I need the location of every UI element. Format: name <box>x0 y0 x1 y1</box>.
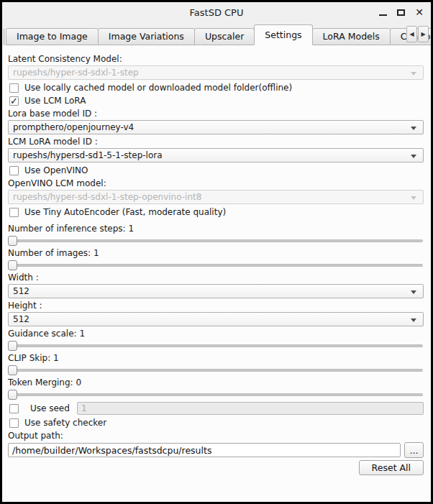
lora-base-dropdown[interactable]: prompthero/openjourney-v4 <box>8 120 424 134</box>
use-openvino-checkbox-row[interactable]: Use OpenVINO <box>9 165 424 176</box>
window-controls: ✕ <box>379 2 424 22</box>
slider-handle[interactable] <box>8 390 17 400</box>
clip-skip-slider[interactable] <box>8 365 424 375</box>
tab-image-to-image[interactable]: Image to Image <box>6 28 99 45</box>
dropdown-arrow-icon <box>411 127 416 130</box>
tab-scrollers: ◀ ▶ <box>406 26 429 42</box>
dropdown-arrow-icon <box>411 196 416 200</box>
openvino-model-value: rupeshs/hyper-sd-sdxl-1-step-openvino-in… <box>13 192 201 202</box>
dropdown-arrow-icon <box>411 155 416 158</box>
output-path-label: Output path: <box>8 431 424 441</box>
use-seed-row: Use seed <box>9 402 424 415</box>
token-merging-label: Token Merging: 0 <box>8 377 424 388</box>
lcm-lora-id-dropdown[interactable]: rupeshs/hypersd-sd1-5-1-step-lora <box>8 148 424 162</box>
slider-handle[interactable] <box>8 260 17 270</box>
dropdown-arrow-icon <box>411 290 416 294</box>
maximize-icon <box>397 9 405 16</box>
lora-base-value: prompthero/openjourney-v4 <box>13 122 134 132</box>
reset-all-button[interactable]: Reset All <box>359 460 424 475</box>
latent-model-value: rupeshs/hyper-sd-sdxl-1-step <box>13 68 139 78</box>
title-bar: FastSD CPU ✕ <box>2 2 431 22</box>
tab-image-variations[interactable]: Image Variations <box>98 28 195 45</box>
use-lcm-lora-label: Use LCM LoRA <box>24 96 86 106</box>
latent-model-dropdown[interactable]: rupeshs/hyper-sd-sdxl-1-step <box>8 65 424 80</box>
minimize-icon <box>379 14 387 16</box>
width-label: Width : <box>8 272 424 283</box>
use-openvino-label: Use OpenVINO <box>24 165 88 175</box>
seed-input[interactable] <box>77 402 424 415</box>
slider-groove[interactable] <box>9 344 423 347</box>
use-taesd-label: Use Tiny AutoEncoder (Fast, moderate qua… <box>24 207 226 217</box>
minimize-button[interactable] <box>379 9 387 16</box>
slider-handle[interactable] <box>8 365 17 375</box>
settings-pane: Latent Consistency Model: rupeshs/hyper-… <box>2 45 431 502</box>
tab-scroll-left-icon[interactable]: ◀ <box>406 26 417 42</box>
guidance-slider[interactable] <box>8 341 424 351</box>
dropdown-arrow-icon <box>411 319 416 322</box>
use-openvino-checkbox[interactable] <box>9 166 19 175</box>
dropdown-arrow-icon <box>411 72 416 75</box>
tab-settings[interactable]: Settings <box>254 24 312 45</box>
slider-handle[interactable] <box>8 236 17 246</box>
tab-bar: Image to Image Image Variations Upscaler… <box>2 22 431 45</box>
tab-upscaler[interactable]: Upscaler <box>194 28 255 45</box>
close-button[interactable]: ✕ <box>415 7 424 17</box>
lora-base-label: Lora base model ID : <box>8 109 424 119</box>
guidance-label: Guidance scale: 1 <box>8 329 424 339</box>
tab-lora-models[interactable]: LoRA Models <box>312 28 391 45</box>
height-dropdown[interactable]: 512 <box>8 312 424 326</box>
height-value: 512 <box>13 314 29 324</box>
safety-checker-label: Use safety checker <box>24 418 106 428</box>
tab-partial-edge <box>4 29 4 45</box>
inference-steps-slider[interactable] <box>8 236 424 246</box>
safety-checker-row[interactable]: Use safety checker <box>9 417 424 429</box>
output-path-row: ... <box>8 442 424 458</box>
safety-checker-checkbox[interactable] <box>9 418 19 428</box>
width-value: 512 <box>13 286 29 296</box>
use-seed-checkbox[interactable] <box>9 404 19 413</box>
token-merging-slider[interactable] <box>8 390 424 400</box>
lcm-lora-id-label: LCM LoRA model ID : <box>8 137 424 147</box>
offline-checkbox-label: Use locally cached model or downloaded m… <box>24 83 292 93</box>
maximize-button[interactable] <box>397 9 405 16</box>
slider-handle[interactable] <box>8 341 17 351</box>
latent-model-label: Latent Consistency Model: <box>8 54 424 64</box>
openvino-model-dropdown[interactable]: rupeshs/hyper-sd-sdxl-1-step-openvino-in… <box>8 190 424 204</box>
browse-button[interactable]: ... <box>404 442 424 458</box>
lcm-lora-id-value: rupeshs/hypersd-sd1-5-1-step-lora <box>13 150 163 160</box>
window-title: FastSD CPU <box>190 7 244 18</box>
num-images-label: Number of images: 1 <box>8 248 424 258</box>
use-seed-label: Use seed <box>30 403 70 413</box>
height-label: Height : <box>8 301 424 311</box>
num-images-slider[interactable] <box>8 260 424 270</box>
use-taesd-checkbox-row[interactable]: Use Tiny AutoEncoder (Fast, moderate qua… <box>9 206 424 218</box>
output-path-input[interactable] <box>8 443 401 457</box>
slider-groove[interactable] <box>9 264 423 267</box>
use-taesd-checkbox[interactable] <box>9 208 19 217</box>
slider-groove[interactable] <box>9 393 423 396</box>
app-window: FastSD CPU ✕ Image to Image Image Variat… <box>0 0 433 504</box>
reset-row: Reset All <box>8 460 424 475</box>
tab-scroll-right-icon[interactable]: ▶ <box>418 26 429 42</box>
offline-checkbox[interactable] <box>9 83 19 93</box>
slider-groove[interactable] <box>9 239 423 242</box>
openvino-model-label: OpenVINO LCM model: <box>8 178 424 188</box>
slider-groove[interactable] <box>9 369 423 372</box>
use-lcm-lora-checkbox[interactable] <box>9 96 19 106</box>
width-dropdown[interactable]: 512 <box>8 284 424 298</box>
inference-steps-label: Number of inference steps: 1 <box>8 224 424 234</box>
clip-skip-label: CLIP Skip: 1 <box>8 353 424 363</box>
use-lcm-lora-checkbox-row[interactable]: Use LCM LoRA <box>9 95 424 106</box>
offline-checkbox-row[interactable]: Use locally cached model or downloaded m… <box>9 82 424 93</box>
